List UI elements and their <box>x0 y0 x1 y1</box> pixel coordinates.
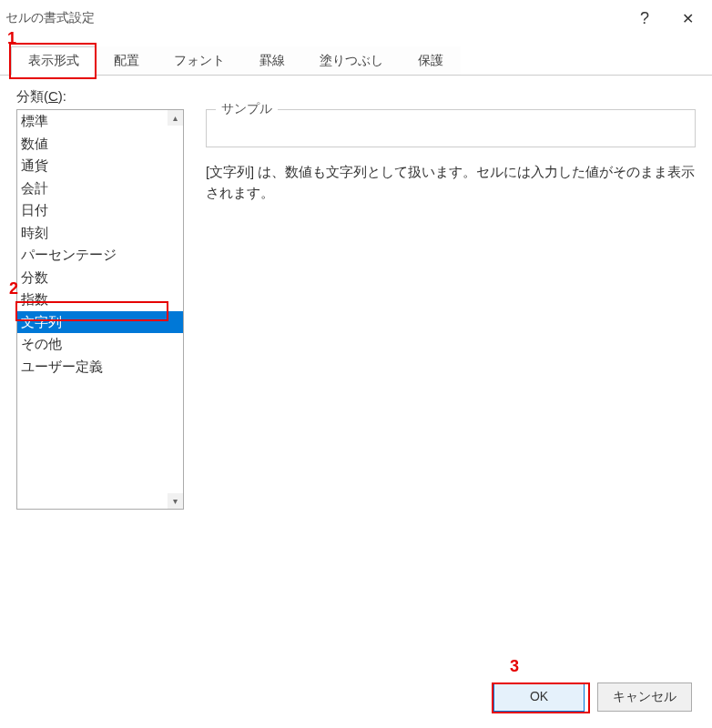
list-item[interactable]: その他 <box>17 333 183 356</box>
list-item[interactable]: 通貨 <box>17 155 183 177</box>
list-item-selected[interactable]: 文字列 <box>17 311 183 334</box>
scroll-up-icon[interactable]: ▴ <box>168 110 183 126</box>
list-item[interactable]: 時刻 <box>17 222 183 245</box>
annotation-2: 2 <box>9 279 18 298</box>
titlebar-controls: ? ✕ <box>640 6 701 31</box>
tabstrip: 表示形式 配置 フォント 罫線 塗りつぶし 保護 <box>0 42 712 75</box>
close-icon[interactable]: ✕ <box>675 6 701 31</box>
dialog-title: セルの書式設定 <box>5 10 95 26</box>
tab-fill[interactable]: 塗りつぶし <box>302 46 401 75</box>
sample-legend: サンプル <box>216 101 278 117</box>
format-description: [文字列] は、数値も文字列として扱います。セルには入力した値がそのまま表示され… <box>206 162 696 204</box>
titlebar: セルの書式設定 ? ✕ <box>0 0 712 36</box>
list-item[interactable]: 会計 <box>17 177 183 200</box>
list-item[interactable]: ユーザー定義 <box>17 356 183 379</box>
annotation-1: 1 <box>7 29 16 48</box>
list-item[interactable]: 指数 <box>17 288 183 311</box>
category-label: 分類(C): <box>16 88 696 106</box>
tab-border[interactable]: 罫線 <box>242 46 302 75</box>
dialog-buttons: OK キャンセル <box>493 682 692 712</box>
sample-group: サンプル <box>206 109 696 147</box>
list-item[interactable]: パーセンテージ <box>17 244 183 267</box>
help-icon[interactable]: ? <box>640 9 649 28</box>
ok-button[interactable]: OK <box>493 682 585 712</box>
tab-content: 分類(C): 2 標準 数値 通貨 会計 日付 時刻 パーセンテージ 分数 指数… <box>0 76 712 510</box>
tab-number-format[interactable]: 表示形式 <box>11 46 97 76</box>
tab-font[interactable]: フォント <box>157 46 242 75</box>
list-item[interactable]: 数値 <box>17 133 183 156</box>
right-pane: サンプル [文字列] は、数値も文字列として扱います。セルには入力した値がそのま… <box>206 109 696 510</box>
list-item[interactable]: 日付 <box>17 199 183 222</box>
scroll-down-icon[interactable]: ▾ <box>168 493 183 509</box>
list-item[interactable]: 標準 <box>17 110 183 133</box>
list-item[interactable]: 分数 <box>17 267 183 289</box>
category-listbox[interactable]: 標準 数値 通貨 会計 日付 時刻 パーセンテージ 分数 指数 文字列 その他 … <box>16 109 184 510</box>
tab-alignment[interactable]: 配置 <box>97 46 157 75</box>
annotation-3: 3 <box>510 657 519 676</box>
cancel-button[interactable]: キャンセル <box>597 682 692 712</box>
tab-protection[interactable]: 保護 <box>401 46 461 75</box>
